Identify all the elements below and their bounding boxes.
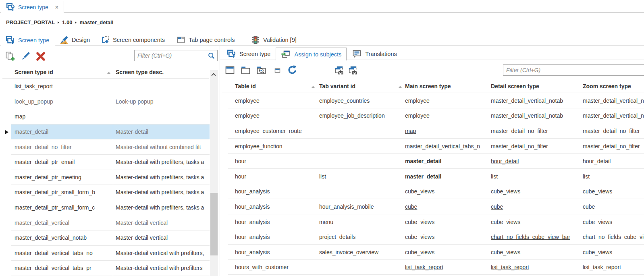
- find-screens-button[interactable]: [334, 65, 344, 77]
- folder-search-button[interactable]: [256, 65, 266, 77]
- screen-type-row-master_detail_vertical_notab[interactable]: master_detail_vertical_notabMaster-detai…: [0, 230, 220, 246]
- breadcrumb-object[interactable]: master_detail: [79, 19, 113, 25]
- column-header-main-screen-type[interactable]: Main screen type: [405, 83, 451, 89]
- edit-pencil-icon: [20, 51, 31, 62]
- screen-type-row-master_detail_ptr_meeting[interactable]: master_detail_ptr_meetingMaster-detail w…: [0, 170, 220, 185]
- column-header-tab-variant-id[interactable]: Tab variant id: [319, 83, 355, 89]
- assignment-row-hour_analysis[interactable]: hour_analysisproject_detailscube_viewsch…: [220, 229, 644, 245]
- folder-button[interactable]: [241, 65, 251, 77]
- cell-screen-type-desc: Master-detail vertical: [113, 234, 210, 241]
- cell-table-id: hour: [235, 169, 318, 184]
- assignment-row-hour[interactable]: hourmaster_detailhour_detailhour_detail: [220, 154, 644, 169]
- left-filter-input[interactable]: [135, 50, 217, 61]
- main-tab-screen-components[interactable]: Screen components: [96, 34, 170, 46]
- cell-detail-screen-type[interactable]: hour_detail: [491, 154, 581, 169]
- column-header-table-id[interactable]: Table id: [235, 83, 256, 89]
- assignment-row-employee[interactable]: employeeemployee_job_descriptionemployee…: [220, 108, 644, 124]
- cell-screen-type-desc: Master-detail without combined filt: [113, 144, 210, 150]
- delete-button[interactable]: [35, 51, 46, 63]
- right-tab-strip: Screen typeAssign to subjectsTranslation…: [220, 46, 644, 60]
- assign-subjects-icon: [281, 49, 291, 59]
- assignment-row-employee[interactable]: employeeemployee_countriesemployeemaster…: [220, 93, 644, 108]
- assignment-row-hour_analysis[interactable]: hour_analysiscube_viewscube_viewscube_vi…: [220, 184, 644, 199]
- assignment-row-hour[interactable]: hourlistmaster_detaillistlist: [220, 169, 644, 184]
- main-tab-design[interactable]: Design: [54, 34, 95, 46]
- cell-table-id: hour: [235, 154, 318, 169]
- screen-type-row-master_detail_vertical_tabs_pr[interactable]: master_detail_vertical_tabs_prMaster-det…: [0, 261, 220, 276]
- find-screens-alt-button[interactable]: [348, 65, 358, 77]
- cell-table-id: hour_analysis: [235, 214, 318, 230]
- scrollbar-thumb[interactable]: [210, 193, 218, 255]
- edit-button[interactable]: [20, 51, 31, 63]
- column-header-detail-screen-type[interactable]: Detail screen type: [491, 83, 539, 89]
- cell-detail-screen-type[interactable]: list: [491, 169, 581, 184]
- small-window-button[interactable]: [272, 65, 283, 77]
- main-tab-label: Screen components: [113, 37, 165, 43]
- left-panel: Screen type id Screen type desc. list_ta…: [0, 46, 220, 276]
- right-tab-translations[interactable]: Translations: [347, 48, 402, 60]
- right-filter-input[interactable]: [503, 65, 644, 75]
- cell-detail-screen-type[interactable]: cube_views: [491, 184, 581, 199]
- cell-main-screen-type[interactable]: map: [405, 123, 489, 139]
- left-grid-scrollbar[interactable]: [210, 70, 218, 276]
- close-icon[interactable]: ×: [55, 4, 58, 10]
- assignment-row-hour_analysis[interactable]: hour_analysissales_invoice_overviewcube_…: [220, 245, 644, 260]
- breadcrumb-version[interactable]: 1.00: [62, 19, 72, 25]
- cell-detail-screen-type: cube_views: [491, 214, 581, 230]
- right-tab-assign-to-subjects[interactable]: Assign to subjects: [276, 48, 347, 60]
- cell-detail-screen-type[interactable]: cube: [491, 199, 581, 214]
- screen-type-row-master_detail_ptr_small_form_c[interactable]: master_detail_ptr_small_form_cMaster-det…: [0, 200, 220, 216]
- cell-main-screen-type[interactable]: master_detail_vertical_tabs_n: [405, 139, 489, 154]
- scroll-up-icon[interactable]: [211, 73, 216, 77]
- row-cells: master_detail_ptr_meetingMaster-detail w…: [11, 170, 210, 185]
- refresh-button[interactable]: [287, 65, 297, 77]
- cell-zoom-screen-type: master_detail_no_filter: [583, 123, 644, 139]
- window-button[interactable]: [225, 65, 235, 77]
- main-tab-screen-type[interactable]: Screen type: [1, 34, 55, 46]
- cell-screen-type-id: map: [11, 109, 113, 124]
- screen-type-row-master_detail_vertical_tabs_no[interactable]: master_detail_vertical_tabs_noMaster-det…: [0, 246, 220, 261]
- cell-tab-variant-id: project_details: [319, 229, 403, 245]
- cell-detail-screen-type[interactable]: chart_no_fields_cube_view_bar: [491, 229, 581, 245]
- cell-table-id: hour_analysis: [235, 199, 318, 214]
- cell-detail-screen-type: master_detail_vertical_notab: [491, 108, 581, 124]
- cell-screen-type-id: master_detail_vertical_tabs_pr: [11, 261, 113, 276]
- screen-type-row-master_detail_vertical[interactable]: master_detail_verticalMaster-detail vert…: [0, 215, 220, 230]
- breadcrumb-project[interactable]: PROJECT_PORTAL: [6, 19, 55, 25]
- assignment-row-hours_with_customer[interactable]: hours_with_customerlist_task_reportlist_…: [220, 260, 644, 275]
- column-header-zoom-screen-type[interactable]: Zoom screen type: [583, 83, 631, 89]
- column-header-screen-type-desc[interactable]: Screen type desc.: [116, 69, 164, 75]
- column-header-screen-type-id[interactable]: Screen type id: [15, 69, 53, 75]
- right-tab-screen-type[interactable]: Screen type: [222, 48, 276, 60]
- screen-type-row-master_detail[interactable]: master_detailMaster-detail: [0, 125, 220, 140]
- assignment-row-employee_function[interactable]: employee_functionmaster_detail_vertical_…: [220, 139, 644, 154]
- cell-screen-type-id: master_detail_ptr_small_form_b: [11, 185, 113, 200]
- screen-type-row-look_up_popup[interactable]: look_up_popupLook-up popup: [0, 94, 220, 110]
- right-grid-header: Table idTab variant idMain screen typeDe…: [220, 81, 644, 93]
- screen-type-row-master_detail_ptr_small_form_b[interactable]: master_detail_ptr_small_form_bMaster-det…: [0, 185, 220, 200]
- screen-type-row-list_task_report[interactable]: list_task_report: [0, 79, 220, 94]
- screen-type-row-master_detail_no_filter[interactable]: master_detail_no_filterMaster-detail wit…: [0, 139, 220, 155]
- assignment-row-employee_customer_route[interactable]: employee_customer_routemapmaster_detail_…: [220, 123, 644, 139]
- row-cells: look_up_popupLook-up popup: [11, 94, 210, 110]
- main-tab-tab-page-controls[interactable]: Tab page controls: [171, 34, 240, 46]
- main-tab-validation-9[interactable]: Validation [9]: [246, 34, 302, 46]
- screen-type-row-master_detail_ptr_email[interactable]: master_detail_ptr_emailMaster-detail wit…: [0, 155, 220, 170]
- assignment-row-hour_analysis[interactable]: hour_analysismenucube_viewscube_viewscub…: [220, 214, 644, 230]
- screen-type-icon: [6, 3, 15, 12]
- screen-type-row-map[interactable]: map: [0, 109, 220, 125]
- cell-detail-screen-type[interactable]: list_task_report: [491, 260, 581, 275]
- cell-main-screen-type: cube_views: [405, 245, 489, 260]
- assignment-row-hour_analysis[interactable]: hour_analysishour_analysis_mobilecubecub…: [220, 199, 644, 214]
- cell-main-screen-type[interactable]: cube: [405, 199, 489, 214]
- cell-tab-variant-id: [319, 184, 403, 199]
- row-cells: list_task_report: [11, 79, 210, 94]
- cell-main-screen-type: employee: [405, 93, 489, 108]
- cell-main-screen-type[interactable]: list_task_report: [405, 260, 489, 275]
- copy-add-button[interactable]: [5, 51, 15, 63]
- cell-tab-variant-id: hour_analysis_mobile: [319, 199, 403, 214]
- cell-zoom-screen-type: master_detail_no_filter: [583, 139, 644, 154]
- cell-main-screen-type[interactable]: cube_views: [405, 184, 489, 199]
- cell-tab-variant-id: [319, 123, 403, 139]
- document-tab-screen-type[interactable]: Screen type ×: [1, 1, 64, 13]
